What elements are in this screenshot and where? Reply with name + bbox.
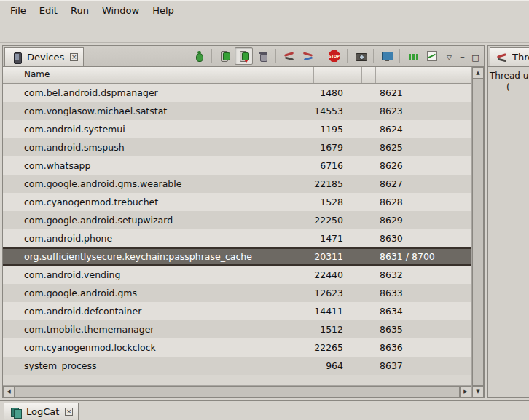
devices-view-header: Devices STOP <box>3 46 484 67</box>
column-header[interactable] <box>314 67 348 83</box>
table-row[interactable]: com.google.android.gms.wearable221858627 <box>3 175 471 193</box>
table-row[interactable]: com.android.vending224408632 <box>3 266 471 284</box>
cell-process-name: com.whatsapp <box>3 160 314 171</box>
threads-view: Threads Thread up ( <box>487 45 529 398</box>
menu-item-run[interactable]: Run <box>64 2 95 19</box>
cell-process-name: system_process <box>3 360 314 371</box>
table-row[interactable]: com.whatsapp67168626 <box>3 156 471 175</box>
cell-port: 8632 <box>376 269 471 280</box>
menu-item-help[interactable]: Help <box>146 2 181 19</box>
menu-item-edit[interactable]: Edit <box>33 2 64 19</box>
table-row[interactable]: com.android.phone14718630 <box>3 229 471 247</box>
method-profiling-button[interactable] <box>299 47 317 65</box>
column-header[interactable] <box>376 67 471 83</box>
table-row[interactable]: com.google.android.gms126238633 <box>3 284 471 302</box>
devices-view: Devices STOP Name com.bel.android.dspman… <box>2 45 485 398</box>
stop-process-button[interactable]: STOP <box>325 47 343 65</box>
scroll-right-icon[interactable] <box>460 386 471 397</box>
cell-pid: 1471 <box>314 233 348 244</box>
threads-icon <box>495 51 509 64</box>
toolbar-separator <box>211 49 212 63</box>
cell-port: 8625 <box>376 142 471 153</box>
table-row[interactable]: com.android.systemui11958624 <box>3 120 471 138</box>
horizontal-scrollbar-thumb[interactable] <box>15 386 460 397</box>
cell-process-name: com.android.vending <box>3 269 314 280</box>
cell-port: 8635 <box>376 324 471 335</box>
debug-process-icon <box>192 49 205 63</box>
cell-process-name: com.android.defcontainer <box>3 306 314 317</box>
vertical-scrollbar[interactable] <box>471 67 484 397</box>
column-header[interactable] <box>362 67 376 83</box>
sysinfo-button[interactable] <box>404 47 422 65</box>
cell-process-name: com.vonglasow.michael.satstat <box>3 106 314 116</box>
threads-message: Thread up ( <box>488 67 529 397</box>
table-row[interactable]: com.cyanogenmod.lockclock222658636 <box>3 338 471 357</box>
table-row[interactable]: com.bel.android.dspmanager14808621 <box>3 84 471 102</box>
cell-pid: 22440 <box>314 269 348 280</box>
cell-pid: 6716 <box>314 160 348 171</box>
cell-pid: 22250 <box>314 215 348 226</box>
table-header: Name <box>3 67 471 84</box>
tab-devices[interactable]: Devices <box>4 47 84 66</box>
cell-process-name: com.android.phone <box>3 233 314 244</box>
table-row[interactable]: com.vonglasow.michael.satstat145538623 <box>3 102 471 120</box>
cell-port: 8637 <box>376 360 471 371</box>
devices-window-buttons <box>443 52 484 66</box>
table-row[interactable]: com.android.smspush16798625 <box>3 138 471 156</box>
column-header[interactable] <box>348 67 362 83</box>
screen-capture-button[interactable] <box>351 47 369 65</box>
close-icon[interactable] <box>70 53 78 61</box>
method-profiling-icon <box>302 49 315 63</box>
dump-hprof-button[interactable] <box>235 47 253 65</box>
threads-message-line1: Thread up <box>490 70 528 82</box>
heap-chart-button[interactable] <box>423 47 441 65</box>
cell-pid: 14411 <box>314 306 348 317</box>
logcat-bar: LogCat <box>0 400 529 420</box>
toolbar-separator <box>347 49 348 63</box>
cell-process-name: com.google.android.gms.wearable <box>3 178 314 189</box>
menu-bar: FileEditRunWindowHelp <box>0 1 529 20</box>
update-threads-icon <box>283 49 296 63</box>
heap-chart-icon <box>426 49 439 63</box>
horizontal-scrollbar[interactable] <box>3 385 471 397</box>
cell-port: 8623 <box>376 106 471 116</box>
cell-process-name: com.tmobile.thememanager <box>3 324 314 335</box>
capture-video-button[interactable] <box>377 47 396 65</box>
vertical-scrollbar-thumb[interactable] <box>472 79 484 386</box>
cell-pid: 1195 <box>314 124 348 135</box>
table-row[interactable]: com.google.android.setupwizard222508629 <box>3 211 471 229</box>
table-row[interactable]: com.android.defcontainer144118634 <box>3 302 471 320</box>
table-row[interactable]: com.tmobile.thememanager15128635 <box>3 320 471 338</box>
table-row[interactable]: com.cyanogenmod.trebuchet15288628 <box>3 193 471 211</box>
minimize-icon[interactable] <box>456 52 469 63</box>
tab-logcat[interactable]: LogCat <box>4 403 79 420</box>
cell-port: 8634 <box>376 306 471 317</box>
cell-pid: 14553 <box>314 106 348 116</box>
process-table: Name com.bel.android.dspmanager14808621c… <box>3 67 484 397</box>
scroll-down-icon[interactable] <box>472 386 484 397</box>
menu-item-window[interactable]: Window <box>95 2 146 19</box>
column-header-name[interactable]: Name <box>3 67 314 83</box>
table-row[interactable]: system_process9648637 <box>3 357 471 375</box>
cell-port: 8627 <box>376 178 471 189</box>
close-icon[interactable] <box>65 408 73 416</box>
scroll-left-icon[interactable] <box>3 386 15 397</box>
scroll-up-icon[interactable] <box>472 67 484 79</box>
update-heap-button[interactable] <box>216 47 234 65</box>
toolbar-separator <box>399 49 400 63</box>
cell-port: 8629 <box>376 215 471 226</box>
update-threads-button[interactable] <box>280 47 298 65</box>
cell-port: 8621 <box>376 87 471 98</box>
menu-item-file[interactable]: File <box>4 2 33 19</box>
tab-threads[interactable]: Threads <box>490 47 529 66</box>
view-menu-icon[interactable] <box>443 52 455 63</box>
update-heap-icon <box>219 49 232 63</box>
toolbar-separator <box>275 49 276 63</box>
maximize-icon[interactable] <box>469 52 482 63</box>
table-row[interactable]: org.sufficientlysecure.keychain:passphra… <box>3 247 471 266</box>
debug-process-button[interactable] <box>189 47 208 65</box>
cell-process-name: org.sufficientlysecure.keychain:passphra… <box>3 251 314 262</box>
threads-message-line2: ( <box>490 82 528 93</box>
cause-gc-button[interactable] <box>254 47 272 65</box>
cell-port: 8628 <box>376 197 471 207</box>
